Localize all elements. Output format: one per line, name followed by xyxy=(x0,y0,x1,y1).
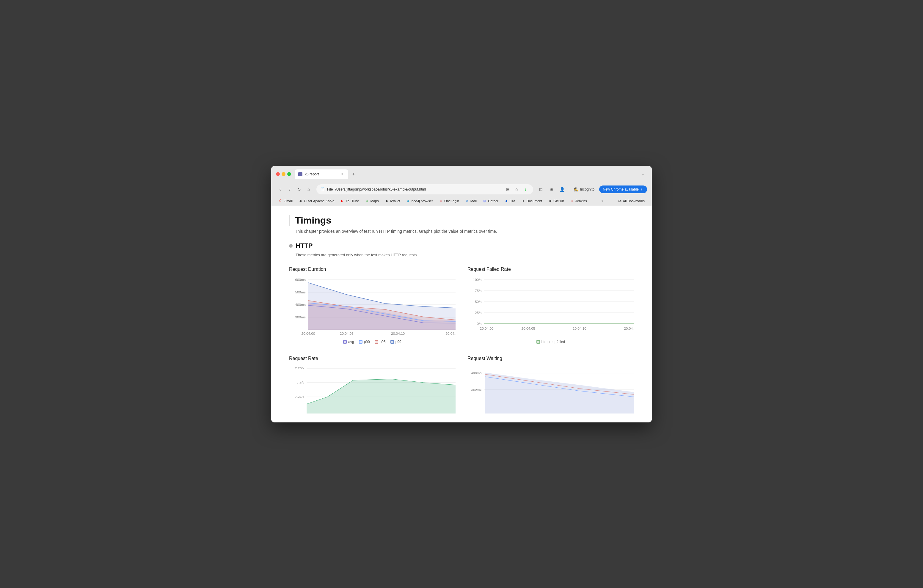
page-subtitle: This chapter provides an overview of tes… xyxy=(289,229,634,234)
tab-title: k6 report xyxy=(305,172,338,176)
bookmark-jira[interactable]: ◆ Jira xyxy=(502,198,518,204)
bookmark-gmail[interactable]: G Gmail xyxy=(276,198,295,204)
bookmark-youtube-label: YouTube xyxy=(345,199,359,203)
traffic-lights xyxy=(276,172,291,176)
browser-actions: ⊡ ⊕ 👤 🕵 Incognito New Chrome available ⋮ xyxy=(537,185,647,194)
request-failed-legend: http_req_failed xyxy=(468,340,634,344)
legend-http-req-failed: http_req_failed xyxy=(536,340,565,344)
all-bookmarks-button[interactable]: 🗂 All Bookmarks xyxy=(616,198,647,204)
section-dot xyxy=(289,244,292,248)
svg-text:75/s: 75/s xyxy=(475,289,482,292)
onelogin-icon: ● xyxy=(439,199,443,203)
bookmark-neo4j[interactable]: ◉ neo4j browser xyxy=(404,198,435,204)
title-bar: k6 report × + ⌄ xyxy=(271,166,652,182)
bookmark-iwallet[interactable]: ◆ iWallet xyxy=(383,198,402,204)
request-waiting-title: Request Waiting xyxy=(468,356,634,361)
bookmark-mail[interactable]: ✉ Mail xyxy=(463,198,479,204)
address-bar: ‹ › ↻ ⌂ 📄 File /Users/jittagornp/workspa… xyxy=(271,182,652,197)
tab-close-button[interactable]: × xyxy=(340,172,345,177)
request-rate-chart: Request Rate 7.75/s 7.5/s 7.25/s xyxy=(289,356,455,414)
cast-icon[interactable]: ⊡ xyxy=(537,185,545,194)
bookmark-onelogin[interactable]: ● OneLogin xyxy=(437,198,462,204)
legend-avg-box xyxy=(343,340,347,344)
bookmark-github-label: GitHub xyxy=(553,199,564,203)
home-button[interactable]: ⌂ xyxy=(304,185,313,194)
screen-share-icon[interactable]: ⊞ xyxy=(504,186,511,193)
request-duration-area: 600ms 500ms 400ms 300ms xyxy=(289,277,455,336)
bookmark-kafka-label: UI for Apache Kafka xyxy=(304,199,334,203)
youtube-icon: ▶ xyxy=(340,199,344,203)
bookmark-gmail-label: Gmail xyxy=(284,199,292,203)
bookmark-maps-label: Maps xyxy=(371,199,379,203)
profile-icon[interactable]: 👤 xyxy=(558,185,567,194)
bookmark-document-label: Document xyxy=(527,199,542,203)
legend-p95-box xyxy=(374,340,378,344)
svg-text:50/s: 50/s xyxy=(475,300,482,304)
bookmark-icon[interactable]: ☆ xyxy=(514,186,520,193)
svg-text:100/s: 100/s xyxy=(473,278,481,281)
svg-text:600ms: 600ms xyxy=(295,278,305,281)
gmail-icon: G xyxy=(278,199,282,203)
request-waiting-area: 400ms 350ms xyxy=(468,366,634,414)
svg-text:400ms: 400ms xyxy=(471,371,482,374)
incognito-button[interactable]: 🕵 Incognito xyxy=(572,186,597,193)
svg-text:20:04:00: 20:04:00 xyxy=(302,332,315,335)
back-button[interactable]: ‹ xyxy=(276,185,284,194)
top-charts-grid: Request Duration 600ms 500ms 400ms 300ms xyxy=(289,267,634,344)
bookmarks-more-button[interactable]: » xyxy=(599,198,606,204)
maximize-button[interactable] xyxy=(287,172,291,176)
extensions-icon[interactable]: ⊕ xyxy=(547,185,556,194)
svg-text:350ms: 350ms xyxy=(471,388,482,391)
request-waiting-chart: Request Waiting 400ms 350ms xyxy=(468,356,634,414)
svg-text:7.75/s: 7.75/s xyxy=(295,367,304,370)
svg-text:300ms: 300ms xyxy=(295,315,305,319)
bookmark-maps[interactable]: ◈ Maps xyxy=(363,198,381,204)
bookmark-kafka[interactable]: ◉ UI for Apache Kafka xyxy=(296,198,337,204)
minimize-button[interactable] xyxy=(282,172,286,176)
svg-marker-42 xyxy=(485,373,634,414)
file-icon: 📄 xyxy=(320,187,325,191)
new-chrome-button[interactable]: New Chrome available ⋮ xyxy=(599,186,647,193)
request-rate-area: 7.75/s 7.5/s 7.25/s xyxy=(289,366,455,414)
bookmark-iwallet-label: iWallet xyxy=(390,199,400,203)
legend-http-req-failed-box xyxy=(536,340,540,344)
bookmark-gather-label: Gather xyxy=(488,199,498,203)
bookmark-document[interactable]: ● Document xyxy=(519,198,544,204)
request-failed-rate-svg: 100/s 75/s 50/s 25/s 0/s 20:04:00 20:04:… xyxy=(468,277,634,336)
request-failed-rate-title: Request Failed Rate xyxy=(468,267,634,272)
legend-p95-label: p95 xyxy=(380,340,386,344)
svg-text:20:04:00: 20:04:00 xyxy=(480,327,494,330)
gather-icon: ◎ xyxy=(483,199,487,203)
close-button[interactable] xyxy=(276,172,280,176)
bottom-charts-grid: Request Rate 7.75/s 7.5/s 7.25/s xyxy=(289,356,634,414)
url-path: /Users/jittagornp/workspace/lotus/k6-exa… xyxy=(335,187,502,191)
bookmark-jira-label: Jira xyxy=(510,199,515,203)
reload-button[interactable]: ↻ xyxy=(295,185,303,194)
github-icon: ◉ xyxy=(548,199,552,203)
bookmark-youtube[interactable]: ▶ YouTube xyxy=(338,198,361,204)
request-rate-svg: 7.75/s 7.5/s 7.25/s xyxy=(289,366,455,414)
page-title: Timings xyxy=(289,215,634,226)
svg-text:7.25/s: 7.25/s xyxy=(295,395,304,398)
bookmarks-bar: G Gmail ◉ UI for Apache Kafka ▶ YouTube … xyxy=(271,197,652,206)
url-bar[interactable]: 📄 File /Users/jittagornp/workspace/lotus… xyxy=(316,184,533,194)
bookmark-jenkins[interactable]: ● Jenkins xyxy=(568,198,590,204)
new-tab-button[interactable]: + xyxy=(350,170,358,178)
legend-p90: p90 xyxy=(359,340,370,344)
window-dropdown[interactable]: ⌄ xyxy=(639,170,647,178)
forward-button[interactable]: › xyxy=(286,185,294,194)
bookmark-github[interactable]: ◉ GitHub xyxy=(546,198,567,204)
active-tab[interactable]: k6 report × xyxy=(295,169,348,179)
section-desc: These metrics are generated only when th… xyxy=(289,253,634,257)
download-icon[interactable]: ↓ xyxy=(522,186,529,193)
svg-marker-37 xyxy=(307,379,455,414)
svg-text:20:04:15: 20:04:15 xyxy=(445,332,455,335)
url-actions: ⊞ ☆ ↓ xyxy=(504,186,529,193)
incognito-icon: 🕵 xyxy=(574,187,578,191)
tab-favicon xyxy=(298,172,302,176)
bookmark-gather[interactable]: ◎ Gather xyxy=(480,198,501,204)
request-duration-title: Request Duration xyxy=(289,267,455,272)
svg-text:20:04:15: 20:04:15 xyxy=(624,327,634,330)
legend-p99-box xyxy=(391,340,394,344)
all-bookmarks-label: All Bookmarks xyxy=(623,199,645,203)
